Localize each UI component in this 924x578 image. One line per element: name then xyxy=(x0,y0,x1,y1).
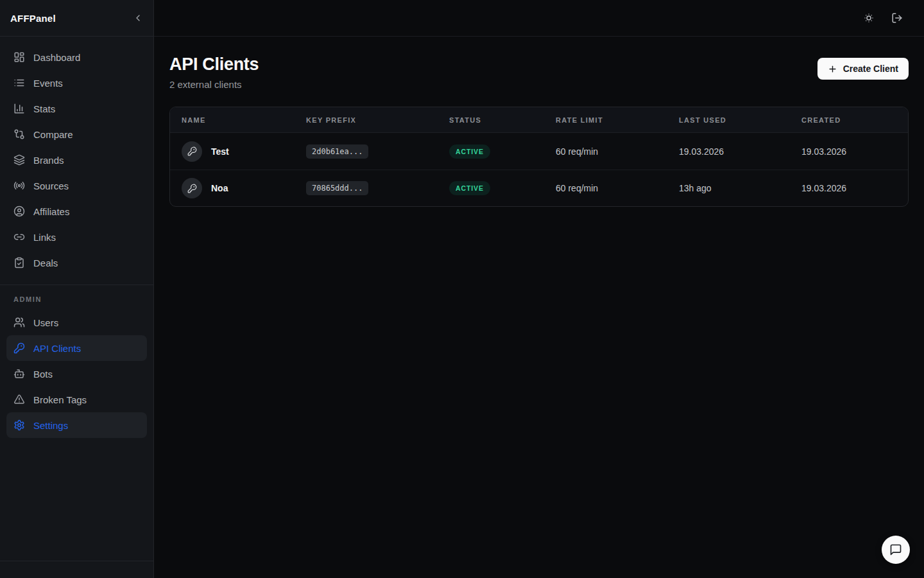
page-title: API Clients xyxy=(169,55,259,74)
sidebar-item-brands[interactable]: Brands xyxy=(6,147,147,173)
sidebar-nav-admin: Users API Clients Bots Broken Tags Setti… xyxy=(0,310,153,443)
sidebar: AFFPanel Dashboard Events Stats Compare … xyxy=(0,0,154,578)
column-header-rate-limit: RATE LIMIT xyxy=(544,116,667,124)
sidebar-item-users[interactable]: Users xyxy=(6,310,147,335)
sidebar-item-affiliates[interactable]: Affiliates xyxy=(6,198,147,224)
sidebar-item-events[interactable]: Events xyxy=(6,70,147,96)
bar-chart-icon xyxy=(13,103,25,114)
sidebar-item-dashboard[interactable]: Dashboard xyxy=(6,44,147,70)
sidebar-item-label: Settings xyxy=(33,420,68,431)
bot-icon xyxy=(13,368,25,380)
sidebar-item-api-clients[interactable]: API Clients xyxy=(6,335,147,361)
sidebar-item-label: Bots xyxy=(33,369,53,380)
table-row[interactable]: Test 2d0b61ea... ACTIVE 60 req/min 19.03… xyxy=(170,133,908,170)
status-cell: ACTIVE xyxy=(438,181,544,195)
link-icon xyxy=(13,231,25,243)
main-area: API Clients 2 external clients Create Cl… xyxy=(154,0,924,578)
chat-bubble-icon xyxy=(889,543,902,556)
key-icon xyxy=(187,146,197,156)
create-client-button[interactable]: Create Client xyxy=(817,58,909,80)
column-header-created: CREATED xyxy=(790,116,908,124)
key-prefix-chip: 2d0b61ea... xyxy=(306,144,368,159)
sidebar-item-label: Links xyxy=(33,232,56,243)
sidebar-item-label: Brands xyxy=(33,155,64,166)
sidebar-item-label: Compare xyxy=(33,129,73,140)
users-icon xyxy=(13,317,25,328)
key-icon xyxy=(187,184,197,193)
sun-icon xyxy=(863,12,875,24)
gear-icon xyxy=(13,419,25,431)
created-cell: 19.03.2026 xyxy=(790,183,908,193)
dashboard-icon xyxy=(13,51,25,63)
sidebar-item-label: Deals xyxy=(33,258,58,268)
sidebar-item-links[interactable]: Links xyxy=(6,224,147,250)
sidebar-item-broken-tags[interactable]: Broken Tags xyxy=(6,387,147,412)
api-clients-table: NAME KEY PREFIX STATUS RATE LIMIT LAST U… xyxy=(169,107,909,207)
theme-toggle-button[interactable] xyxy=(863,12,875,24)
sidebar-item-settings[interactable]: Settings xyxy=(6,412,147,438)
status-badge: ACTIVE xyxy=(449,181,490,195)
alert-triangle-icon xyxy=(13,394,25,405)
sidebar-item-label: Events xyxy=(33,78,63,89)
chat-widget-button[interactable] xyxy=(882,536,910,564)
client-name-cell: Test xyxy=(170,141,295,162)
logout-icon xyxy=(891,12,903,24)
sidebar-item-label: Broken Tags xyxy=(33,394,87,405)
sidebar-item-label: Affiliates xyxy=(33,206,69,217)
sidebar-item-label: Dashboard xyxy=(33,52,80,63)
topbar xyxy=(154,0,924,37)
git-compare-icon xyxy=(13,128,25,140)
client-name-cell: Noa xyxy=(170,178,295,198)
key-prefix-chip: 70865ddd... xyxy=(306,181,368,195)
column-header-name: NAME xyxy=(170,116,295,124)
status-badge: ACTIVE xyxy=(449,144,490,159)
clipboard-check-icon xyxy=(13,257,25,268)
sidebar-section-admin: ADMIN xyxy=(0,285,153,310)
sidebar-collapse-button[interactable] xyxy=(133,13,143,23)
page-head: API Clients 2 external clients Create Cl… xyxy=(169,55,909,90)
column-header-status: STATUS xyxy=(438,116,544,124)
table-header-row: NAME KEY PREFIX STATUS RATE LIMIT LAST U… xyxy=(170,107,908,133)
client-name: Test xyxy=(211,146,229,157)
sidebar-item-compare[interactable]: Compare xyxy=(6,121,147,147)
client-name: Noa xyxy=(211,183,228,193)
sidebar-item-label: Stats xyxy=(33,103,55,114)
page-head-text: API Clients 2 external clients xyxy=(169,55,259,90)
sidebar-item-label: API Clients xyxy=(33,343,81,354)
client-avatar xyxy=(182,178,202,198)
create-client-label: Create Client xyxy=(843,64,898,74)
sidebar-item-bots[interactable]: Bots xyxy=(6,361,147,387)
table-row[interactable]: Noa 70865ddd... ACTIVE 60 req/min 13h ag… xyxy=(170,170,908,206)
status-cell: ACTIVE xyxy=(438,144,544,159)
sidebar-nav-main: Dashboard Events Stats Compare Brands So… xyxy=(0,37,153,281)
client-avatar xyxy=(182,141,202,162)
sidebar-item-deals[interactable]: Deals xyxy=(6,250,147,276)
chevron-left-icon xyxy=(133,13,143,23)
plus-icon xyxy=(828,64,837,74)
key-icon xyxy=(13,342,25,354)
user-circle-icon xyxy=(13,206,25,217)
sidebar-header: AFFPanel xyxy=(0,0,153,37)
sidebar-item-sources[interactable]: Sources xyxy=(6,173,147,198)
list-icon xyxy=(13,77,25,89)
sidebar-item-stats[interactable]: Stats xyxy=(6,96,147,121)
column-header-last-used: LAST USED xyxy=(667,116,790,124)
column-header-key-prefix: KEY PREFIX xyxy=(295,116,438,124)
content: API Clients 2 external clients Create Cl… xyxy=(154,37,924,207)
radio-icon xyxy=(13,180,25,191)
layers-icon xyxy=(13,154,25,166)
rate-limit-cell: 60 req/min xyxy=(544,183,667,193)
key-prefix-cell: 70865ddd... xyxy=(295,181,438,195)
last-used-cell: 13h ago xyxy=(667,183,790,193)
page-subtitle: 2 external clients xyxy=(169,79,259,90)
sidebar-footer xyxy=(0,561,153,578)
created-cell: 19.03.2026 xyxy=(790,146,908,157)
last-used-cell: 19.03.2026 xyxy=(667,146,790,157)
sidebar-item-label: Users xyxy=(33,317,58,328)
sidebar-item-label: Sources xyxy=(33,180,69,191)
key-prefix-cell: 2d0b61ea... xyxy=(295,144,438,159)
brand-logo: AFFPanel xyxy=(10,13,56,24)
logout-button[interactable] xyxy=(891,12,903,24)
rate-limit-cell: 60 req/min xyxy=(544,146,667,157)
